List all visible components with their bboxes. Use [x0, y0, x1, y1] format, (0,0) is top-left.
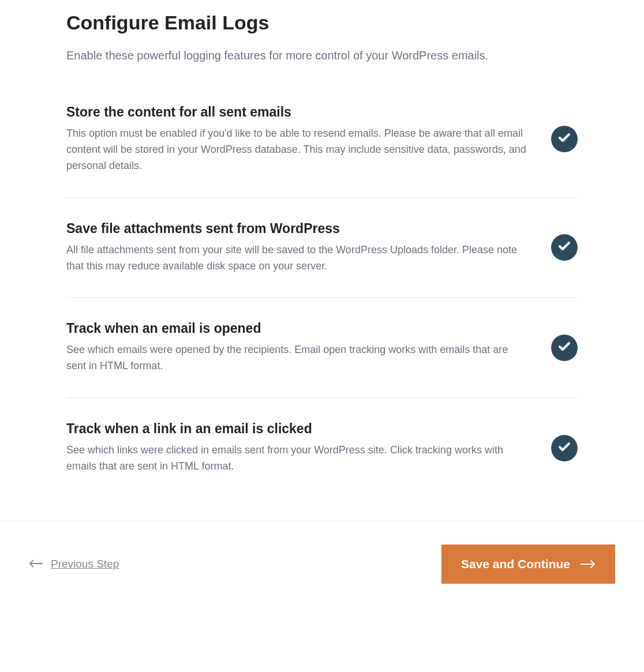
option-track-click: Track when a link in an email is clicked…: [66, 421, 578, 498]
toggle-track-click[interactable]: [551, 435, 578, 461]
option-desc: See which links were clicked in emails s…: [66, 442, 528, 475]
check-icon: [557, 239, 571, 256]
footer: Previous Step Save and Continue: [0, 521, 644, 613]
toggle-track-open[interactable]: [551, 335, 578, 361]
option-store-content: Store the content for all sent emails Th…: [66, 104, 578, 198]
option-track-open: Track when an email is opened See which …: [66, 321, 578, 398]
option-title: Store the content for all sent emails: [66, 104, 528, 120]
toggle-store-content[interactable]: [551, 126, 578, 152]
check-icon: [557, 440, 571, 456]
page-title: Configure Email Logs: [66, 12, 578, 34]
option-desc: This option must be enabled if you'd lik…: [66, 126, 528, 174]
option-title: Track when a link in an email is clicked: [66, 421, 528, 437]
option-title: Track when an email is opened: [66, 321, 528, 336]
check-icon: [557, 340, 571, 356]
check-icon: [557, 131, 571, 147]
save-continue-button[interactable]: Save and Continue: [441, 545, 615, 584]
option-title: Save file attachments sent from WordPres…: [66, 221, 528, 236]
toggle-save-attachments[interactable]: [551, 234, 578, 261]
arrow-left-icon: [29, 558, 43, 570]
option-desc: See which emails were opened by the reci…: [66, 342, 528, 374]
previous-step-label: Previous Step: [51, 558, 119, 570]
save-continue-label: Save and Continue: [461, 557, 570, 571]
option-desc: All file attachments sent from your site…: [66, 242, 528, 275]
page-subtitle: Enable these powerful logging features f…: [66, 47, 578, 64]
arrow-right-icon: [581, 557, 596, 571]
previous-step-link[interactable]: Previous Step: [29, 558, 119, 570]
option-save-attachments: Save file attachments sent from WordPres…: [66, 221, 578, 298]
